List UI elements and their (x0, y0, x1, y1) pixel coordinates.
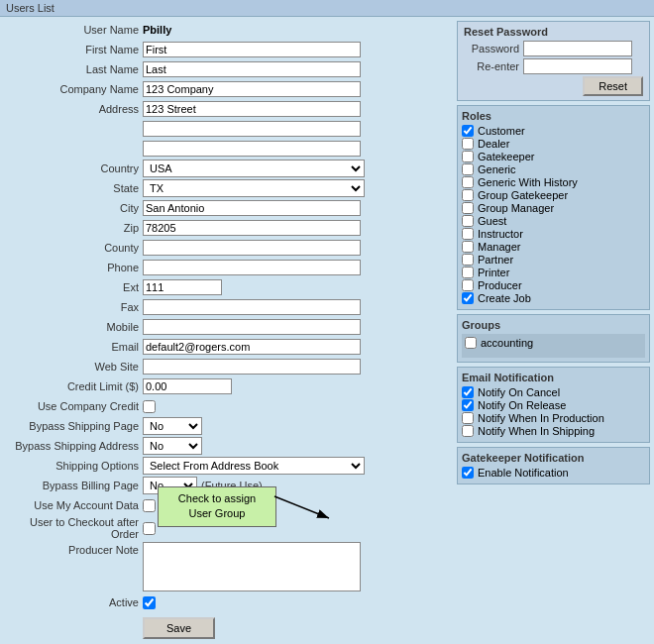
role-checkbox-instructor[interactable] (462, 228, 474, 240)
role-checkbox-dealer[interactable] (462, 138, 474, 150)
role-label: Gatekeeper (478, 151, 534, 162)
role-label: Printer (478, 267, 509, 278)
password-input[interactable] (523, 41, 632, 56)
active-row: Active (4, 593, 451, 611)
reset-button[interactable]: Reset (583, 76, 643, 96)
website-label: Web Site (4, 361, 143, 373)
bypassshipping-select[interactable]: No (143, 417, 202, 435)
roles-list: CustomerDealerGatekeeperGenericGeneric W… (462, 125, 645, 304)
group-item: accounting (465, 337, 642, 349)
role-checkbox-partner[interactable] (462, 254, 474, 266)
usecompanycredit-row: Use Company Credit (4, 397, 451, 415)
role-checkbox-generic[interactable] (462, 163, 474, 175)
email-notif-item: Notify On Cancel (462, 386, 645, 398)
roles-section: Roles CustomerDealerGatekeeperGenericGen… (457, 105, 650, 310)
gatekeeper-notif-checkbox[interactable] (462, 467, 474, 479)
ext-input[interactable] (143, 279, 222, 295)
lastname-input[interactable] (143, 61, 361, 77)
groups-list: accounting (465, 337, 642, 349)
firstname-row: First Name (4, 41, 451, 58)
zip-row: Zip (4, 219, 451, 237)
role-item: Gatekeeper (462, 151, 645, 162)
city-input[interactable] (143, 200, 361, 216)
role-item: Partner (462, 254, 645, 266)
phone-row: Phone (4, 259, 451, 276)
email-notif-label: Notify When In Shipping (478, 425, 595, 437)
save-button[interactable]: Save (143, 617, 215, 639)
usercheckout-checkbox[interactable] (143, 522, 156, 535)
usecompanycredit-checkbox[interactable] (143, 400, 156, 413)
email-notif-checkbox[interactable] (462, 425, 474, 437)
svg-line-1 (274, 496, 329, 518)
right-panel: Reset Password Password Re-enter Reset R… (457, 21, 650, 643)
email-notif-checkbox[interactable] (462, 412, 474, 424)
gatekeeper-notification-title: Gatekeeper Notification (462, 452, 645, 464)
role-item: Producer (462, 279, 645, 291)
city-row: City (4, 199, 451, 217)
group-label: accounting (481, 337, 533, 349)
role-item: Instructor (462, 228, 645, 240)
creditlimit-input[interactable] (143, 378, 232, 394)
state-row: State TX (4, 179, 451, 197)
role-checkbox-printer[interactable] (462, 267, 474, 278)
companyname-input[interactable] (143, 81, 361, 97)
email-notif-checkbox[interactable] (462, 399, 474, 411)
group-checkbox-accounting[interactable] (465, 337, 477, 349)
usemyaccount-checkbox[interactable] (143, 499, 156, 512)
producernote-label: Producer Note (4, 542, 143, 556)
role-label: Producer (478, 279, 522, 291)
email-notif-checkbox[interactable] (462, 386, 474, 398)
bypassshippingaddr-select[interactable]: No (143, 437, 202, 455)
reenter-input[interactable] (523, 58, 632, 74)
role-label: Group Gatekeeper (478, 189, 568, 201)
role-checkbox-producer[interactable] (462, 279, 474, 291)
country-select[interactable]: USA (143, 160, 365, 177)
state-select[interactable]: TX (143, 179, 365, 197)
firstname-input[interactable] (143, 42, 361, 57)
role-label: Customer (478, 125, 525, 137)
email-notif-item: Notify On Release (462, 399, 645, 411)
phone-label: Phone (4, 262, 143, 273)
role-checkbox-guest[interactable] (462, 215, 474, 227)
role-label: Generic With History (478, 176, 578, 188)
mobile-input[interactable] (143, 319, 361, 335)
firstname-label: First Name (4, 44, 143, 55)
producernote-row: Producer Note (4, 542, 451, 591)
role-item: Guest (462, 215, 645, 227)
role-checkbox-group-gatekeeper[interactable] (462, 189, 474, 201)
phone-input[interactable] (143, 260, 361, 275)
role-checkbox-gatekeeper[interactable] (462, 151, 474, 162)
gatekeeper-notification-list: Enable Notification (462, 467, 645, 479)
address-input[interactable] (143, 101, 361, 117)
country-row: Country USA (4, 160, 451, 177)
address3-input[interactable] (143, 141, 361, 157)
website-input[interactable] (143, 359, 361, 375)
email-notif-label: Notify When In Production (478, 412, 604, 424)
address2-input[interactable] (143, 121, 361, 137)
groups-title: Groups (462, 319, 645, 331)
companyname-row: Company Name (4, 80, 451, 98)
shippingoptions-select[interactable]: Select From Address Book (143, 457, 365, 475)
mobile-label: Mobile (4, 321, 143, 333)
email-notif-item: Notify When In Production (462, 412, 645, 424)
producernote-textarea[interactable] (143, 542, 361, 591)
active-label: Active (4, 596, 143, 608)
role-item: Generic (462, 163, 645, 175)
role-checkbox-group-manager[interactable] (462, 202, 474, 214)
county-label: County (4, 242, 143, 254)
role-checkbox-generic-with-history[interactable] (462, 176, 474, 188)
usercheckout-label: User to Checkout after Order (4, 516, 143, 540)
breadcrumb: Users List (0, 0, 654, 17)
fax-input[interactable] (143, 299, 361, 315)
role-item: Group Gatekeeper (462, 189, 645, 201)
role-checkbox-customer[interactable] (462, 125, 474, 137)
email-input[interactable] (143, 339, 361, 355)
zip-input[interactable] (143, 220, 361, 236)
active-checkbox[interactable] (143, 596, 156, 609)
role-item: Generic With History (462, 176, 645, 188)
role-checkbox-manager[interactable] (462, 241, 474, 253)
county-input[interactable] (143, 240, 361, 256)
username-row: User Name Pbilly (4, 21, 451, 39)
role-checkbox-create-job[interactable] (462, 292, 474, 304)
role-item: Manager (462, 241, 645, 253)
